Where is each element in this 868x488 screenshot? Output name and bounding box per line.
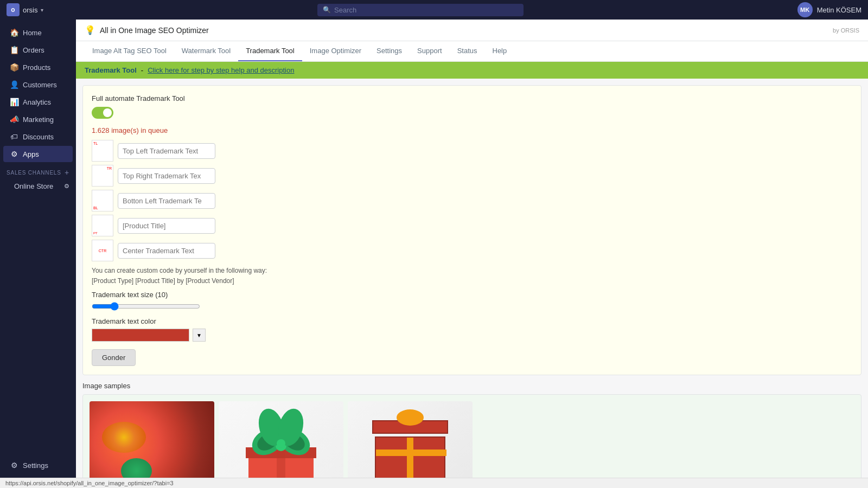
gift-body	[375, 436, 445, 478]
sidebar-item-customers[interactable]: 👤 Customers	[3, 76, 73, 93]
content-area: 💡 All in One Image SEO Optimizer by ORSI…	[76, 20, 868, 478]
user-name: Metin KÖSEM	[817, 6, 861, 14]
toggle-thumb	[103, 108, 112, 117]
gift-green-image	[219, 401, 343, 478]
sidebar-label-products: Products	[23, 63, 50, 72]
input-bottom-left[interactable]	[118, 193, 215, 209]
preview-bottom-left: BL	[92, 190, 113, 211]
notice-bar: Trademark Tool - Click here for step by …	[76, 62, 868, 79]
apps-icon: ⚙	[10, 150, 18, 158]
sales-channels-section: SALES CHANNELS +	[0, 163, 76, 179]
products-icon: 📦	[10, 63, 18, 72]
add-sales-channel-icon[interactable]: +	[65, 168, 69, 177]
topbar: o orsis ▾ 🔍 MK Metin KÖSEM	[0, 0, 868, 20]
automate-label: Full automate Trademark Tool	[92, 94, 852, 102]
gift-bow	[397, 409, 424, 426]
svg-point-10	[277, 439, 285, 448]
online-store-label: Online Store	[14, 182, 53, 190]
trademark-row-top-right: TR	[92, 165, 852, 187]
topbar-right: MK Metin KÖSEM	[797, 2, 861, 17]
gift-red-wrap	[375, 420, 445, 478]
sidebar-item-discounts[interactable]: 🏷 Discounts	[3, 129, 73, 145]
online-store-settings-icon[interactable]: ⚙	[64, 183, 69, 190]
input-product-title[interactable]	[118, 218, 215, 234]
tab-support[interactable]: Support	[410, 41, 450, 61]
input-top-left[interactable]	[118, 143, 215, 159]
color-row: ▼	[92, 329, 852, 342]
tab-status[interactable]: Status	[450, 41, 485, 61]
tab-trademark[interactable]: Trademark Tool	[238, 41, 302, 61]
toggle-track	[92, 107, 113, 119]
trademark-row-product-title: PT	[92, 215, 852, 236]
tab-settings[interactable]: Settings	[369, 41, 410, 61]
customers-icon: 👤	[10, 80, 18, 89]
main-layout: 🏠 Home 📋 Orders 📦 Products 👤 Customers 📊…	[0, 20, 868, 478]
sidebar-item-marketing[interactable]: 📣 Marketing	[3, 111, 73, 127]
search-icon: 🔍	[323, 6, 331, 14]
tab-alt-tag[interactable]: Image Alt Tag SEO Tool	[85, 41, 174, 61]
status-bar: https://api.orsis.net/shopify/all_in_one…	[0, 478, 868, 488]
preview-product-title: PT	[92, 215, 113, 236]
user-avatar: MK	[797, 2, 813, 17]
home-icon: 🏠	[10, 28, 18, 37]
app-by-label: by ORSIS	[833, 27, 859, 34]
app-title: All in One Image SEO Optimizer	[100, 26, 209, 35]
preview-top-right: TR	[92, 165, 113, 187]
tomato-image	[90, 401, 214, 478]
sidebar-item-apps[interactable]: ⚙ Apps	[3, 146, 73, 162]
sidebar-label-discounts: Discounts	[23, 133, 54, 141]
status-url: https://api.orsis.net/shopify/all_in_one…	[5, 480, 174, 486]
sidebar-item-settings[interactable]: ⚙ Settings	[3, 457, 73, 473]
sample-image-gift-red	[348, 401, 473, 478]
image-samples-title: Image samples	[82, 382, 861, 390]
queue-info: 1.628 image(s) in queue	[92, 126, 852, 134]
custom-code-line1: You can create custom code by yourself i…	[92, 267, 267, 274]
discounts-icon: 🏷	[10, 132, 18, 141]
automate-toggle[interactable]	[92, 107, 113, 119]
search-input[interactable]	[334, 6, 518, 14]
main-panel: Full automate Trademark Tool 1.628 image…	[82, 85, 861, 375]
settings-icon: ⚙	[10, 461, 18, 470]
notice-title: Trademark Tool	[85, 66, 137, 74]
color-swatch[interactable]	[92, 329, 189, 342]
sample-image-gift-green	[219, 401, 343, 478]
sidebar-item-home[interactable]: 🏠 Home	[3, 24, 73, 41]
sidebar-item-orders[interactable]: 📋 Orders	[3, 42, 73, 58]
image-grid	[82, 394, 861, 478]
bulb-icon: 💡	[85, 25, 95, 35]
gift-green-svg	[238, 407, 324, 478]
trademark-size-label: Trademark text size (10)	[92, 291, 852, 299]
sidebar-item-analytics[interactable]: 📊 Analytics	[3, 94, 73, 110]
tab-watermark[interactable]: Watermark Tool	[174, 41, 238, 61]
store-logo: o	[7, 3, 20, 16]
color-dropdown-icon[interactable]: ▼	[193, 329, 206, 342]
notice-help-link[interactable]: Click here for step by step help and des…	[148, 66, 294, 74]
tab-image-optimizer[interactable]: Image Optimizer	[302, 41, 369, 61]
search-bar[interactable]: 🔍	[317, 4, 524, 16]
custom-code-hint: You can create custom code by yourself i…	[92, 266, 852, 286]
gonder-button[interactable]: Gonder	[92, 349, 136, 366]
sidebar-item-products[interactable]: 📦 Products	[3, 59, 73, 75]
store-chevron-icon[interactable]: ▾	[41, 7, 43, 13]
sidebar-label-home: Home	[23, 29, 42, 37]
tab-help[interactable]: Help	[485, 41, 515, 61]
store-name[interactable]: orsis	[23, 6, 37, 14]
notice-separator: -	[141, 66, 143, 74]
sidebar-label-marketing: Marketing	[23, 115, 54, 124]
preview-top-left: TL	[92, 140, 113, 162]
ribbon-vertical	[407, 438, 413, 478]
trademark-row-center: CTR	[92, 240, 852, 261]
sidebar-item-online-store[interactable]: Online Store ⚙	[0, 179, 76, 194]
analytics-icon: 📊	[10, 98, 18, 106]
custom-code-line2: [Product Type] [Product Title] by [Produ…	[92, 277, 234, 285]
input-top-right[interactable]	[118, 168, 215, 184]
sidebar-label-analytics: Analytics	[23, 98, 51, 106]
sidebar-label-apps: Apps	[23, 150, 39, 158]
sidebar-label-settings: Settings	[23, 461, 48, 470]
trademark-size-slider[interactable]	[92, 302, 200, 311]
image-samples-section: Image samples	[82, 382, 861, 478]
input-center[interactable]	[118, 243, 215, 259]
size-slider-container	[92, 302, 852, 311]
trademark-color-label: Trademark text color	[92, 317, 852, 325]
sample-image-tomatoes	[90, 401, 214, 478]
